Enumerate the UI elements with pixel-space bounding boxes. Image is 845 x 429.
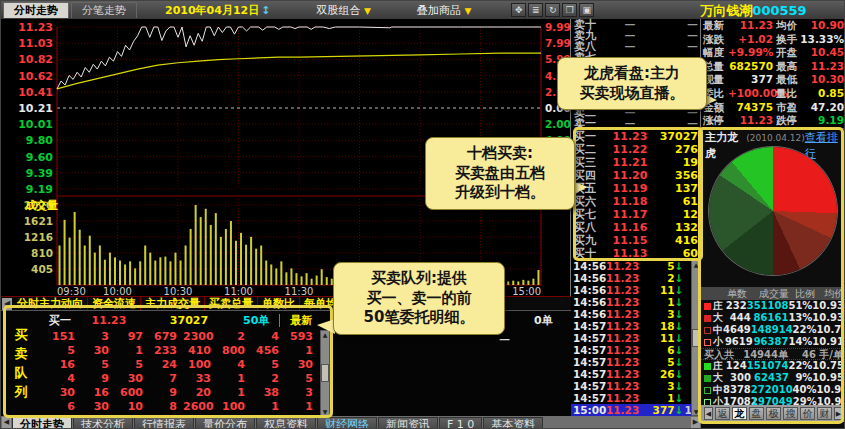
svg-text:15:00: 15:00 [512, 286, 541, 296]
transaction-row[interactable]: 14:5711.235↓1 [571, 356, 701, 368]
scroll-left-icon[interactable]: ◀ [2, 298, 12, 310]
windows-icon[interactable]: ❐ [562, 3, 577, 17]
buy-level-row[interactable]: 买十11.1360 [571, 247, 701, 260]
indicator-tab-单数比[interactable]: 单数比 [258, 296, 300, 310]
svg-text:11:30: 11:30 [285, 286, 314, 296]
mini-tab-搜[interactable]: 搜 [783, 407, 798, 420]
date-control[interactable]: 2010年04月12日↕ [165, 3, 270, 18]
mini-tab-极[interactable]: 极 [766, 407, 781, 420]
queue-cell: 33 [183, 372, 217, 386]
scroll-thumb[interactable] [692, 329, 700, 347]
mini-tab-龙[interactable]: 龙 [732, 407, 747, 420]
buy-level-row[interactable]: 买五11.19137 [571, 182, 701, 195]
transaction-scrollbar[interactable]: ▲ ▼ [691, 260, 701, 416]
tab-分时走势[interactable]: 分时走势 [12, 417, 72, 429]
transaction-row[interactable]: 14:5711.2326↓1 [571, 368, 701, 380]
transaction-row[interactable]: 14:5711.233↓1 [571, 380, 701, 392]
queue-cell: 593 [285, 330, 319, 344]
sell-level-row[interactable]: 卖一—— [571, 118, 701, 129]
queue-cell: 100 [183, 358, 217, 372]
scroll-right-icon[interactable]: ▶ [834, 407, 843, 420]
transaction-row[interactable]: 14:5711.231↓1 [571, 392, 701, 404]
tab-分时走势[interactable]: 分时走势 [3, 2, 69, 18]
quote-info-row: 总量682570最高11.23 [701, 60, 845, 74]
tab-财经网络[interactable]: 财经网络 [317, 417, 377, 429]
scroll-down-icon[interactable]: ▼ [694, 408, 699, 415]
buy-level-row[interactable]: 买一11.2337027 [571, 130, 701, 143]
buy-level-row[interactable]: 买二11.22276 [571, 143, 701, 156]
down-arrow-icon: ↓ [675, 404, 684, 416]
mini-tab-价[interactable]: 价 [800, 407, 815, 420]
svg-text:9.99%: 9.99% [545, 21, 571, 33]
overlay-commodity-dropdown[interactable]: 叠加商品 ▼ [417, 3, 471, 18]
down-arrow-icon: ↓ [675, 284, 684, 296]
panel-icon[interactable]: ▣ [579, 3, 594, 17]
quote-info-grid: 最新11.23均价10.90涨跌+1.02换手13.33%幅度+9.99%开盘1… [701, 19, 845, 128]
queue-cell: 30 [81, 400, 115, 414]
stock-code: 000559 [752, 3, 806, 18]
transaction-row[interactable]: 14:5711.236↓1 [571, 344, 701, 356]
buy-level-row[interactable]: 买六11.1861 [571, 195, 701, 208]
transaction-row[interactable]: 15:0011.23377↓18 [571, 404, 701, 416]
indicator-tab-买卖总量[interactable]: 买卖总量 [205, 296, 258, 310]
transaction-row[interactable]: 14:5711.2311↓1 [571, 332, 701, 344]
scroll-right-icon[interactable]: ▶ [691, 417, 700, 429]
stock-name: 万向钱潮 [700, 3, 752, 18]
move-icon[interactable]: ✥ [511, 3, 526, 17]
scroll-up-icon[interactable]: ▲ [694, 261, 699, 268]
transaction-row[interactable]: 14:5611.235↓1 [571, 260, 701, 272]
tab-新闻资讯[interactable]: 新闻资讯 [378, 417, 438, 429]
scroll-left-icon[interactable]: ◀ [2, 417, 11, 429]
scroll-left-icon[interactable]: ◀ [704, 407, 713, 420]
indicator-tab-资金流速[interactable]: 资金流速 [88, 296, 141, 310]
tab-量价分布[interactable]: 量价分布 [195, 417, 255, 429]
buy-level-row[interactable]: 买八11.16132 [571, 221, 701, 234]
scroll-thumb[interactable] [321, 364, 329, 382]
callout-dragon-watch: 龙虎看盘:主力买卖现场直播。 [557, 57, 707, 110]
transaction-row[interactable]: 14:5611.231↓1 [571, 296, 701, 308]
buy-level-row[interactable]: 买四11.20356 [571, 169, 701, 182]
tab-行情报表[interactable]: 行情报表 [134, 417, 194, 429]
buy-level-row[interactable]: 买三11.2119 [571, 156, 701, 169]
stat-row: 中464914891422%10.79 [701, 324, 845, 336]
queue-total-volume: 37027 [141, 314, 237, 327]
scroll-down-icon[interactable]: ▼ [323, 408, 328, 415]
date-spinner-icon[interactable]: ↕ [261, 4, 270, 17]
queue-cell: 1 [217, 372, 251, 386]
queue-cell: 5 [47, 344, 81, 358]
mini-tab-财[interactable]: 财 [817, 407, 832, 420]
indicator-tab-分时主力动向[interactable]: 分时主力动向 [13, 296, 88, 310]
tab-技术分析[interactable]: 技术分析 [73, 417, 133, 429]
legend-square-icon [704, 303, 711, 310]
queue-scrollbar[interactable]: ▲ ▼ [320, 330, 330, 416]
stat-row: 大300624379%10.95 [701, 372, 845, 384]
transaction-row[interactable]: 14:5611.233↓2 [571, 308, 701, 320]
queue-cell: 100 [217, 400, 251, 414]
mini-tab-返[interactable]: 返 [715, 407, 730, 420]
queue-cell: 233 [149, 344, 183, 358]
buy-level-row[interactable]: 买七11.1712 [571, 208, 701, 221]
callout-queue: 买卖队列:提供买一、卖一的前50笔委托明细。 [333, 262, 505, 335]
transaction-row[interactable]: 14:5711.2318↓2 [571, 320, 701, 332]
dual-stock-combo-dropdown[interactable]: 双股组合 ▼ [316, 3, 370, 18]
mini-tab-盘[interactable]: 盘 [749, 407, 764, 420]
queue-order-count: 50单 [237, 313, 275, 328]
top-bar: 分时走势分笔走势 2010年04月12日↕ 双股组合 ▼ 叠加商品 ▼ ✥≣↻❐… [1, 1, 845, 19]
tab-分笔走势[interactable]: 分笔走势 [71, 2, 137, 18]
tab-F 1 0[interactable]: F 1 0 [439, 417, 482, 429]
transaction-row[interactable]: 14:5611.232↓1 [571, 272, 701, 284]
queue-latest-label: 最新 [284, 313, 318, 328]
queue-cell: 30 [285, 358, 319, 372]
transaction-row[interactable]: 14:5611.2311↓2 [571, 284, 701, 296]
queue-cell: 1 [285, 344, 319, 358]
list-icon[interactable]: ≣ [528, 3, 543, 17]
legend-square-icon [704, 363, 711, 370]
tab-权息资料[interactable]: 权息资料 [256, 417, 316, 429]
svg-text:11:00: 11:00 [224, 286, 253, 296]
tab-基本资料[interactable]: 基本资料 [483, 417, 543, 429]
queue-cell: 20 [183, 386, 217, 400]
buy-level-row[interactable]: 买九11.15416 [571, 234, 701, 247]
refresh-icon[interactable]: ↻ [545, 3, 560, 17]
view-ranking-link[interactable]: 查看排行 [805, 130, 843, 145]
indicator-tab-主力成交量[interactable]: 主力成交量 [141, 296, 205, 310]
